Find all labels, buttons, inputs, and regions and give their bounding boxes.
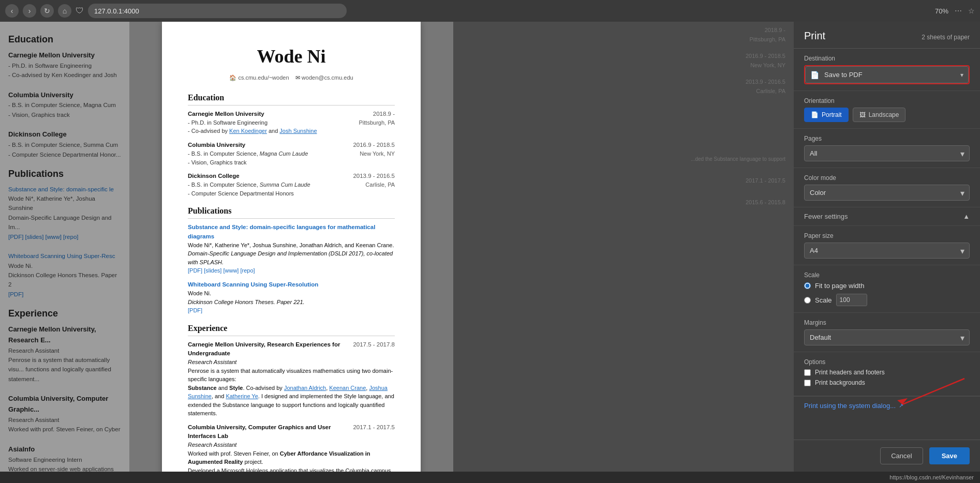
re-years-2: 2016.9 - 2018.5: [462, 53, 785, 59]
margins-select-wrapper: Default None Minimum Custom: [804, 329, 970, 345]
pub-2-title[interactable]: Whiteboard Scanning Using Super-Resoluti…: [188, 280, 395, 289]
scale-input-row: Scale: [814, 294, 970, 306]
print-headers-footers-checkbox[interactable]: [804, 369, 811, 376]
re-years-5: 2015.6 - 2015.8: [462, 199, 785, 205]
ls-pub2-link[interactable]: Whiteboard Scanning Using Super-Resc: [8, 251, 121, 261]
scale-options: Fit to page width Scale: [804, 282, 970, 306]
ls-education-title: Education: [8, 32, 121, 47]
ls-columbia: Columbia University: [8, 90, 121, 101]
portrait-icon: 📄: [811, 111, 819, 118]
reload-button[interactable]: ↻: [40, 4, 54, 18]
edu-cmu-location: Pittsburgh, PA: [359, 118, 395, 127]
paper-size-select-wrapper: A4 Letter Legal: [804, 243, 970, 259]
ls-pub2-venue: Dickinson College Honors Theses. Paper 2: [8, 270, 121, 290]
pub-2-links[interactable]: [PDF]: [188, 306, 395, 315]
ls-cmu: Carnegie Mellon University: [8, 50, 121, 61]
exp-cmu-desc2: Substance and Style. Co-advised by Jonat…: [188, 384, 395, 418]
print-panel: Print 2 sheets of paper Destination 📄 Sa…: [794, 22, 980, 472]
edu-cmu-advisors: - Co-advised by Ken Koedinger and Josh S…: [188, 127, 395, 135]
edu-dickinson-honors: - Computer Science Departmental Honors: [188, 189, 395, 198]
color-mode-select[interactable]: Color Black and white: [804, 185, 970, 201]
fit-to-page-width-radio[interactable]: [804, 282, 811, 289]
left-sidebar: Education Carnegie Mellon University - P…: [0, 22, 129, 472]
edu-columbia-name: Columbia University: [188, 141, 245, 149]
fit-to-page-width-option[interactable]: Fit to page width: [804, 282, 970, 290]
exp-cmu-years: 2017.5 - 2017.8: [353, 340, 395, 358]
edu-dickinson-name: Dickinson College: [188, 172, 240, 180]
pages-select[interactable]: All Custom: [804, 145, 970, 161]
ls-exp2-role: Research Assistant: [8, 415, 121, 425]
color-mode-select-wrapper: Color Black and white: [804, 185, 970, 201]
print-title: Print: [804, 30, 825, 42]
print-footer: Cancel Save: [794, 440, 980, 472]
re-loc-2: New York, NY: [462, 62, 785, 68]
margins-label: Margins: [804, 319, 970, 326]
url-input[interactable]: [88, 4, 347, 18]
resume-paper: Wode Ni 🏠 cs.cmu.edu/~woden ✉ woden@cs.c…: [162, 22, 421, 472]
save-button[interactable]: Save: [929, 447, 970, 464]
ls-pub1-links[interactable]: [PDF] [slides] [www] [repo]: [8, 232, 121, 242]
resume-email[interactable]: woden@cs.cmu.edu: [302, 74, 353, 81]
pub-1-venue: Domain-Specific Language Design and Impl…: [188, 249, 395, 266]
print-backgrounds-checkbox[interactable]: [804, 380, 811, 386]
ls-pub2-links[interactable]: [PDF]: [8, 290, 121, 299]
ls-exp3-role: Software Engineering Intern: [8, 455, 121, 464]
portrait-button[interactable]: 📄 Portrait: [804, 108, 849, 122]
resume-website[interactable]: cs.cmu.edu/~woden: [238, 74, 289, 81]
color-mode-section: Color mode Color Black and white: [794, 168, 980, 207]
pub-1-title[interactable]: Substance and Style: domain-specific lan…: [188, 223, 395, 241]
paper-size-section: Paper size A4 Letter Legal: [794, 226, 980, 265]
browser-toolbar: ‹ › ↻ ⌂ 🛡 70% ⋯ ☆: [0, 0, 980, 22]
right-edge-background: 2018.9 - Pittsburgh, PA 2016.9 - 2018.5 …: [453, 22, 794, 472]
document-preview-area: Wode Ni 🏠 cs.cmu.edu/~woden ✉ woden@cs.c…: [129, 22, 453, 472]
pub-1-links[interactable]: [PDF] [slides] [www] [repo]: [188, 266, 395, 275]
ls-pub1-venue: Domain-Specific Language Design and Im..…: [8, 213, 121, 232]
print-headers-footers-option[interactable]: Print headers and footers: [804, 369, 970, 376]
edu-entry-cmu: Carnegie Mellon University 2018.9 - - Ph…: [188, 110, 395, 135]
edu-columbia-track: - Vision, Graphics track: [188, 158, 395, 167]
orientation-label: Orientation: [804, 97, 970, 104]
home-button[interactable]: ⌂: [58, 4, 71, 18]
ls-pub1-authors: Wode Ni*, Katherine Ye*, Joshua Sunshine: [8, 194, 121, 213]
paper-size-select[interactable]: A4 Letter Legal: [804, 243, 970, 259]
landscape-button[interactable]: 🖼 Landscape: [853, 108, 906, 122]
landscape-icon: 🖼: [859, 111, 866, 118]
options-section: Options Print headers and footers Print …: [794, 352, 980, 396]
forward-button[interactable]: ›: [23, 4, 36, 18]
exp-columbia-desc2: Developed a Microsoft Hololens applicati…: [188, 466, 395, 472]
ls-experience-title: Experience: [8, 306, 121, 321]
print-headers-footers-label: Print headers and footers: [815, 369, 885, 376]
ls-exp2: Columbia University, Computer Graphic...: [8, 394, 121, 415]
zoom-level: 70%: [935, 7, 948, 15]
destination-section: Destination 📄 Save to PDF ▾: [794, 49, 980, 91]
orientation-row: 📄 Portrait 🖼 Landscape: [804, 108, 970, 122]
ls-cmu-d1: - Ph.D. in Software Engineering: [8, 61, 121, 70]
ls-exp3: AsiaInfo: [8, 444, 121, 455]
re-years-3: 2013.9 - 2016.5: [462, 79, 785, 85]
scale-label: Scale: [804, 271, 970, 279]
ls-publications-title: Publications: [8, 167, 121, 182]
ls-dickinson-d2: - Computer Science Departmental Honor...: [8, 150, 121, 159]
cancel-button[interactable]: Cancel: [880, 447, 923, 464]
edu-dickinson-location: Carlisle, PA: [365, 180, 395, 189]
external-link-icon: ↗: [899, 402, 903, 409]
scale-value-input[interactable]: [836, 294, 867, 306]
destination-select-wrapper: 📄 Save to PDF ▾: [804, 65, 970, 84]
ls-pub1-link[interactable]: Substance and Style: domain-specific le: [8, 185, 121, 194]
pages-section: Pages All Custom: [794, 129, 980, 168]
ls-exp1: Carnegie Mellon University, Research E..…: [8, 324, 121, 346]
print-backgrounds-option[interactable]: Print backgrounds: [804, 379, 970, 386]
destination-select[interactable]: Save to PDF: [805, 66, 969, 83]
ls-dickinson: Dickinson College: [8, 129, 121, 140]
system-dialog-link[interactable]: Print using the system dialog... ↗: [794, 396, 980, 415]
re-years-4: 2017.1 - 2017.5: [462, 177, 785, 184]
margins-select[interactable]: Default None Minimum Custom: [804, 329, 970, 345]
destination-chevron-icon: ▾: [960, 71, 963, 79]
edu-cmu-years: 2018.9 -: [373, 110, 395, 118]
orientation-section: Orientation 📄 Portrait 🖼 Landscape: [794, 91, 980, 129]
back-button[interactable]: ‹: [5, 4, 19, 18]
scale-radio[interactable]: [804, 297, 811, 304]
portrait-label: Portrait: [822, 111, 842, 118]
fewer-settings-toggle[interactable]: Fewer settings ▲: [794, 207, 980, 226]
scale-option[interactable]: Scale: [804, 296, 832, 304]
